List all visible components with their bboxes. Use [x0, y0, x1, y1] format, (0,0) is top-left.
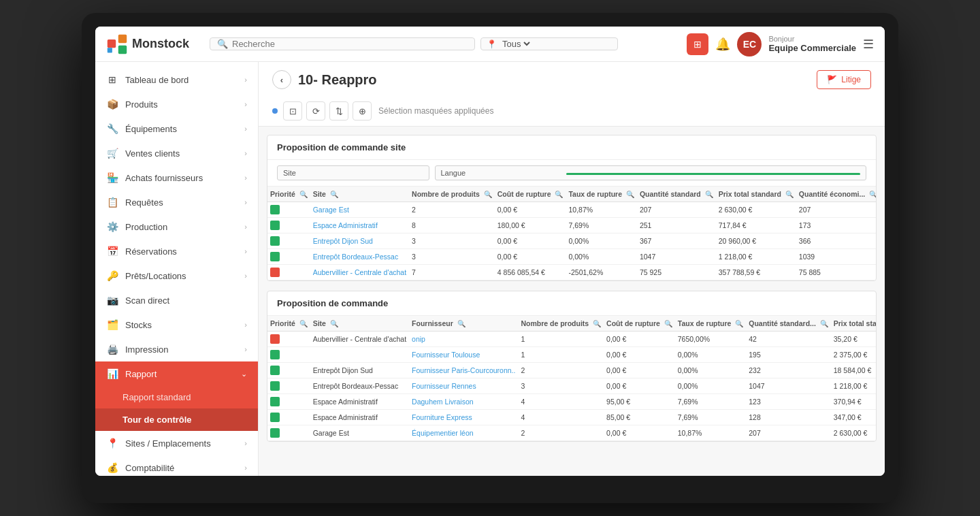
search-input-wrap[interactable]: 🔍: [210, 37, 475, 50]
td-qte-std: 251: [637, 218, 716, 233]
sidebar-item-ventes-clients[interactable]: 🛒 Ventes clients ›: [95, 141, 258, 165]
th-qte-std: Quantité standard 🔍: [637, 187, 716, 202]
user-greeting: Bonjour: [768, 35, 856, 43]
search2-taux-icon[interactable]: 🔍: [735, 320, 743, 327]
search2-cout-icon[interactable]: 🔍: [664, 320, 672, 327]
table-commande: Priorité 🔍 Site 🔍 Fournisseur 🔍 Nombre d…: [267, 316, 877, 441]
toolbar-btn-2[interactable]: ⟳: [306, 101, 325, 120]
fournisseur-link[interactable]: Daguhem Livraison: [412, 398, 473, 406]
search-taux-icon[interactable]: 🔍: [626, 191, 634, 198]
site-link[interactable]: Entrepôt Dijon Sud: [313, 237, 373, 245]
user-avatar: EC: [737, 32, 762, 57]
filter-langue[interactable]: Langue: [435, 165, 867, 180]
back-arrow-icon: ‹: [280, 75, 283, 85]
td-qte-std: 1047: [746, 378, 831, 394]
litige-label: Litige: [841, 75, 861, 84]
filter-site[interactable]: Site: [277, 165, 429, 180]
logo-area: Monstock: [106, 33, 201, 55]
sidebar-item-prets-locations[interactable]: 🔑 Prêts/Locations ›: [95, 263, 258, 288]
td-nb-produits: 3: [518, 378, 604, 394]
apps-icon: ⊞: [693, 39, 702, 50]
sidebar-item-comptabilite[interactable]: 💰 Comptabilité ›: [95, 455, 258, 476]
priority-dot: [270, 413, 280, 422]
sidebar-item-produits[interactable]: 📦 Produits ›: [95, 92, 258, 116]
fournisseur-link[interactable]: onip: [412, 335, 425, 343]
search2-fournisseur-icon[interactable]: 🔍: [457, 320, 466, 327]
apps-button[interactable]: ⊞: [687, 33, 708, 55]
search2-site-icon[interactable]: 🔍: [330, 320, 338, 327]
filter-row: Site Langue: [267, 160, 876, 187]
td-site: [310, 347, 409, 363]
language-progress-bar: [566, 173, 860, 175]
td-prix-std: 357 788,59 €: [716, 265, 796, 280]
search-input[interactable]: [232, 39, 468, 49]
sidebar-item-tableau-de-bord[interactable]: ⊞ Tableau de bord ›: [95, 67, 258, 92]
fournisseur-link[interactable]: Fourniture Express: [412, 413, 472, 421]
table-row: Aubervillier - Centrale d'achat onip 1 0…: [267, 332, 877, 347]
sidebar-label-rapport: Rapport: [125, 369, 234, 379]
litige-button[interactable]: 🚩 Litige: [817, 70, 871, 89]
th2-cout-rupture: Coût de rupture 🔍: [604, 316, 675, 332]
td-site: Garage Est: [310, 425, 409, 441]
td-qte-eco: 366: [796, 233, 877, 249]
fournisseur-link[interactable]: Fournisseur Rennes: [412, 382, 476, 390]
search2-priorite-icon[interactable]: 🔍: [299, 320, 308, 327]
td-priority: [267, 265, 310, 280]
chevron-right-icon: ›: [244, 125, 247, 133]
td-qte-std: 367: [637, 233, 716, 249]
search2-qte-icon[interactable]: 🔍: [820, 320, 828, 327]
back-button[interactable]: ‹: [272, 70, 291, 89]
search-prix-icon[interactable]: 🔍: [785, 191, 794, 198]
site-link[interactable]: Garage Est: [313, 206, 349, 214]
site-link[interactable]: Entrepôt Bordeaux-Pessac: [313, 253, 399, 261]
fournisseur-link[interactable]: Fournisseur Paris-Courcouronn..: [412, 366, 515, 374]
sidebar-item-achats-fournisseurs[interactable]: 🏪 Achats fournisseurs ›: [95, 165, 258, 190]
hamburger-menu-icon[interactable]: ☰: [863, 37, 874, 52]
search-qte-icon[interactable]: 🔍: [705, 191, 713, 198]
search-site-icon[interactable]: 🔍: [330, 191, 338, 198]
toolbar-btn-4[interactable]: ⊕: [353, 101, 372, 120]
td-taux-rupture: 7650,00%: [675, 332, 746, 347]
sidebar-item-impression[interactable]: 🖨️ Impression ›: [95, 337, 258, 361]
td-priority: [267, 249, 310, 265]
td-prix-std: 2 375,00 €: [831, 347, 877, 363]
table-row: Entrepôt Bordeaux-Pessac Fournisseur Ren…: [267, 378, 877, 394]
site-link[interactable]: Aubervillier - Centrale d'achat: [313, 268, 406, 276]
location-select[interactable]: Tous: [500, 38, 532, 50]
sidebar-item-scan-direct[interactable]: 📷 Scan direct: [95, 288, 258, 312]
search2-nb-icon[interactable]: 🔍: [593, 320, 601, 327]
sidebar-item-production[interactable]: ⚙️ Production ›: [95, 214, 258, 239]
td-fournisseur: onip: [409, 332, 518, 347]
location-select-wrap[interactable]: 📍 Tous: [480, 37, 618, 50]
search-nb-icon[interactable]: 🔍: [484, 191, 492, 198]
grid-icon: ⊞: [106, 74, 118, 86]
laptop-screen: Monstock 🔍 📍 Tous ⊞ 🔔: [95, 27, 885, 476]
calendar-icon: 📅: [106, 245, 118, 257]
priority-dot: [270, 236, 280, 246]
search-priorite-icon[interactable]: 🔍: [299, 191, 308, 198]
notifications-bell-icon[interactable]: 🔔: [715, 37, 730, 52]
sidebar: ⊞ Tableau de bord › 📦 Produits › 🔧 Équip…: [95, 62, 259, 476]
sidebar-subitem-rapport-standard[interactable]: Rapport standard: [95, 386, 258, 408]
site-link[interactable]: Espace Administratif: [313, 221, 378, 229]
sidebar-item-reservations[interactable]: 📅 Réservations ›: [95, 239, 258, 263]
files-icon: 🗂️: [106, 319, 118, 331]
search-cout-icon[interactable]: 🔍: [555, 191, 563, 198]
sidebar-item-rapport[interactable]: 📊 Rapport ⌄: [95, 361, 258, 386]
chevron-right-icon: ›: [244, 321, 247, 329]
td-cout-rupture: 4 856 085,54 €: [495, 265, 566, 280]
sidebar-item-requetes[interactable]: 📋 Requêtes ›: [95, 190, 258, 214]
sidebar-item-sites-emplacements[interactable]: 📍 Sites / Emplacements ›: [95, 431, 258, 455]
search-qte-eco-icon[interactable]: 🔍: [869, 191, 877, 198]
fournisseur-link[interactable]: Fournisseur Toulouse: [412, 351, 480, 359]
toolbar-btn-3[interactable]: ⇅: [329, 101, 348, 120]
table-row: Garage Est Équipementier léon 2 0,00 € 1…: [267, 425, 877, 441]
sidebar-item-stocks[interactable]: 🗂️ Stocks ›: [95, 312, 258, 337]
table-header-row: Priorité 🔍 Site 🔍 Nombre de produits 🔍 C…: [267, 187, 877, 202]
fournisseur-link[interactable]: Équipementier léon: [412, 429, 473, 437]
td-site: Espace Administratif: [310, 394, 409, 410]
sidebar-subitem-tour-de-controle[interactable]: Tour de contrôle: [95, 408, 258, 431]
sidebar-item-equipements[interactable]: 🔧 Équipements ›: [95, 116, 258, 141]
toolbar-btn-1[interactable]: ⊡: [283, 101, 302, 120]
table-wrapper[interactable]: Proposition de commande site Site Langue: [259, 127, 885, 476]
